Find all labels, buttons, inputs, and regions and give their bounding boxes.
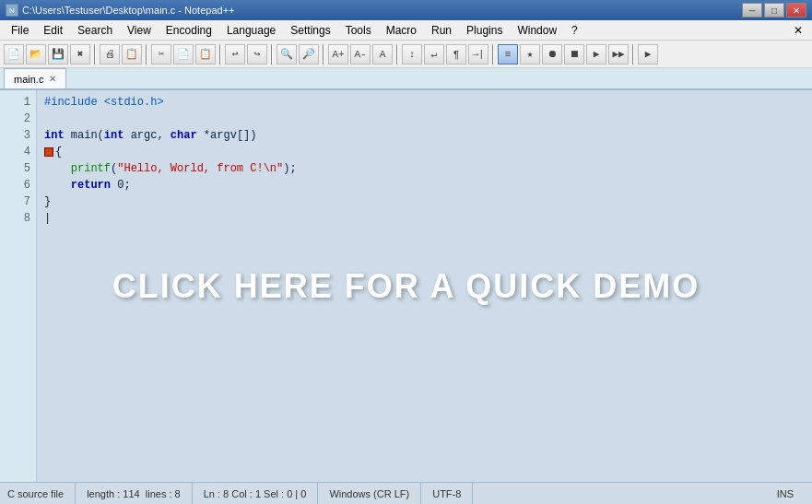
toolbar-word-wrap[interactable]: ↵ xyxy=(424,44,444,64)
toolbar-open[interactable]: 📂 xyxy=(26,44,46,64)
menu-view[interactable]: View xyxy=(120,22,159,39)
title-bar: N C:\Users\Testuser\Desktop\main.c - Not… xyxy=(0,0,812,20)
toolbar-sep-3 xyxy=(219,44,221,64)
app-icon: N xyxy=(6,4,18,17)
editor-container: 1 2 3 4 5 6 7 8 #include <stdio.h> int m… xyxy=(0,90,812,482)
status-encoding: UTF-8 xyxy=(421,483,473,504)
toolbar: 📄 📂 💾 ✖ 🖨 📋 ✂ 📄 📋 ↩ ↪ 🔍 🔎 A+ A- A ↕ ↵ ¶ … xyxy=(0,41,812,68)
status-lines-label: lines : 8 xyxy=(146,488,181,499)
toolbar-zoom-restore[interactable]: A xyxy=(372,44,393,64)
toolbar-macro-rec[interactable]: ⏺ xyxy=(542,44,562,64)
window-title: C:\Users\Testuser\Desktop\main.c - Notep… xyxy=(22,5,234,16)
toolbar-all-chars[interactable]: ¶ xyxy=(446,44,466,64)
toolbar-sep-2 xyxy=(146,44,147,64)
toolbar-new[interactable]: 📄 xyxy=(4,44,24,64)
code-line-3: int main(int argc, char *argv[]) xyxy=(44,127,805,144)
code-line-5: printf("Hello, World, from C!\n"); xyxy=(44,160,805,177)
toolbar-macro-stop[interactable]: ⏹ xyxy=(564,44,584,64)
title-bar-buttons: ─ □ ✕ xyxy=(742,3,806,18)
code-line-1: #include <stdio.h> xyxy=(44,94,805,111)
menu-search[interactable]: Search xyxy=(70,22,120,39)
menu-window[interactable]: Window xyxy=(510,22,564,39)
toolbar-sync-scroll[interactable]: ↕ xyxy=(402,44,422,64)
toolbar-replace[interactable]: 🔎 xyxy=(299,44,319,64)
demo-cta-text[interactable]: CLICK HERE FOR A QUICK DEMO xyxy=(112,267,700,306)
toolbar-zoom-out[interactable]: A- xyxy=(350,44,371,64)
toolbar-sep-7 xyxy=(492,44,494,64)
menu-file[interactable]: File xyxy=(4,22,36,39)
toolbar-sep-4 xyxy=(271,44,273,64)
status-lineending: Windows (CR LF) xyxy=(318,483,421,504)
menu-tools[interactable]: Tools xyxy=(338,22,379,39)
code-line-6: return 0; xyxy=(44,177,805,193)
toolbar-run-cmd[interactable]: ▶ xyxy=(638,44,658,64)
menu-macro[interactable]: Macro xyxy=(379,22,424,39)
toolbar-indent[interactable]: →| xyxy=(468,44,488,64)
line-num-5: 5 xyxy=(6,160,30,177)
toolbar-copy[interactable]: 📄 xyxy=(173,44,194,64)
line-num-6: 6 xyxy=(6,177,30,193)
maximize-button[interactable]: □ xyxy=(764,3,784,18)
toolbar-sep-8 xyxy=(632,44,634,64)
close-button[interactable]: ✕ xyxy=(786,3,806,18)
line-num-3: 3 xyxy=(6,127,30,144)
tab-bar: main.c ✕ xyxy=(0,68,812,90)
line-num-2: 2 xyxy=(6,111,30,127)
menu-settings[interactable]: Settings xyxy=(283,22,337,39)
toolbar-find[interactable]: 🔍 xyxy=(277,44,297,64)
line-num-1: 1 xyxy=(6,94,30,111)
status-encoding-label: UTF-8 xyxy=(432,488,461,499)
code-line-8: | xyxy=(44,210,805,227)
menu-edit[interactable]: Edit xyxy=(36,22,70,39)
status-length: length : 114 lines : 8 xyxy=(76,483,193,504)
line-numbers: 1 2 3 4 5 6 7 8 xyxy=(0,90,37,482)
toolbar-sep-5 xyxy=(323,44,324,64)
minimize-button[interactable]: ─ xyxy=(742,3,762,18)
toolbar-sep-1 xyxy=(94,44,96,64)
code-line-2 xyxy=(44,111,805,127)
title-bar-left: N C:\Users\Testuser\Desktop\main.c - Not… xyxy=(6,4,234,17)
status-filetype: C source file xyxy=(7,483,76,504)
toolbar-undo[interactable]: ↩ xyxy=(225,44,245,64)
menu-language[interactable]: Language xyxy=(219,22,283,39)
code-line-7: } xyxy=(44,193,805,210)
tab-main-c[interactable]: main.c ✕ xyxy=(4,68,66,88)
status-position-label: Ln : 8 Col : 1 Sel : 0 | 0 xyxy=(204,488,307,499)
toolbar-cut[interactable]: ✂ xyxy=(151,44,171,64)
status-lineending-label: Windows (CR LF) xyxy=(329,488,409,499)
toolbar-sep-6 xyxy=(396,44,398,64)
line-num-4: 4 xyxy=(6,144,30,160)
toolbar-close-doc[interactable]: ✖ xyxy=(70,44,90,64)
toolbar-print[interactable]: 🖨 xyxy=(100,44,120,64)
tab-label: main.c xyxy=(14,74,43,85)
menu-help[interactable]: ? xyxy=(564,22,585,39)
toolbar-macro-play[interactable]: ▶ xyxy=(586,44,606,64)
toolbar-paste[interactable]: 📋 xyxy=(195,44,216,64)
status-length-label: length : 114 xyxy=(87,488,140,499)
menu-bar: File Edit Search View Encoding Language … xyxy=(0,20,812,41)
line-num-7: 7 xyxy=(6,193,30,210)
toolbar-line-num[interactable]: ≡ xyxy=(498,44,518,64)
toolbar-bookmark[interactable]: ★ xyxy=(520,44,540,64)
toolbar-zoom-in[interactable]: A+ xyxy=(328,44,348,64)
toolbar-redo[interactable]: ↪ xyxy=(247,44,267,64)
toolbar-macro-run[interactable]: ▶▶ xyxy=(608,44,629,64)
menu-encoding[interactable]: Encoding xyxy=(159,22,219,39)
tab-close-button[interactable]: ✕ xyxy=(49,74,56,84)
status-bar: C source file length : 114 lines : 8 Ln … xyxy=(0,482,812,504)
status-filetype-label: C source file xyxy=(7,488,64,499)
status-mode-label: INS xyxy=(777,488,794,499)
toolbar-save[interactable]: 💾 xyxy=(48,44,68,64)
status-position: Ln : 8 Col : 1 Sel : 0 | 0 xyxy=(193,483,319,504)
line-num-8: 8 xyxy=(6,210,30,227)
toolbar-save-session[interactable]: 📋 xyxy=(122,44,142,64)
status-mode: INS xyxy=(766,483,805,504)
menu-run[interactable]: Run xyxy=(424,22,459,39)
menu-close-button[interactable]: ✕ xyxy=(788,22,808,39)
code-line-4: { xyxy=(44,144,805,160)
menu-plugins[interactable]: Plugins xyxy=(459,22,510,39)
